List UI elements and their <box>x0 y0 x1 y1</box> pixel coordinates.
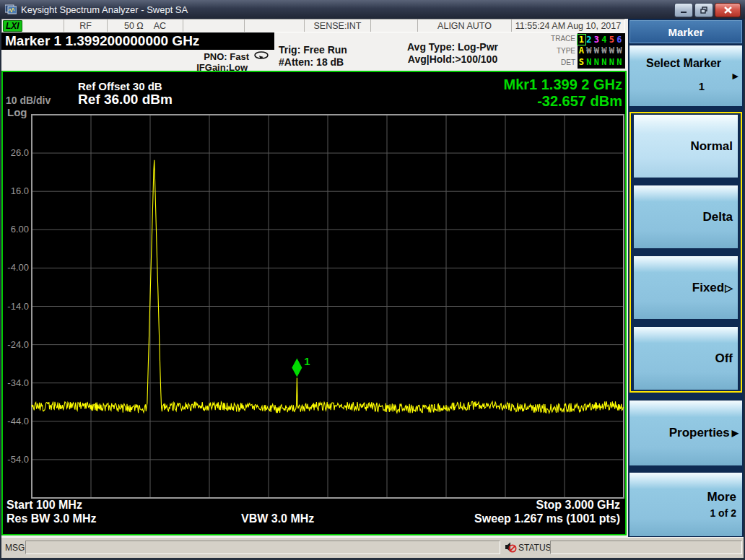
close-button[interactable] <box>715 3 741 17</box>
pno-block: PNO: Fast IFGain:Low <box>103 51 270 73</box>
spectrum-display: 1 26.016.06.00-4.00-14.0-24.0-34.0-44.0-… <box>1 71 627 535</box>
trace-6-detector: N <box>616 57 624 67</box>
type-row-label: TYPE <box>551 47 575 55</box>
fixed-label: Fixed <box>692 281 724 295</box>
y-axis-tick-label: 26.0 <box>3 147 29 158</box>
marker-number-label: 1 <box>304 355 310 367</box>
lxi-badge: LXI <box>3 20 22 32</box>
more-page-indicator: 1 of 2 <box>710 507 736 519</box>
trace-number-row: 1 2 3 4 5 6 <box>578 35 625 45</box>
marker-mode-fixed-button[interactable]: Fixed▷ <box>634 256 738 319</box>
trace-4-type: W <box>601 45 609 56</box>
marker-mode-delta-button[interactable]: Delta <box>634 185 738 248</box>
trace-6-type: W <box>616 45 624 56</box>
sense-indicator: SENSE:INT <box>305 19 371 32</box>
select-marker-label: Select Marker <box>629 57 738 70</box>
status-field <box>550 541 742 554</box>
graticule-plot: 1 <box>3 72 625 534</box>
minimize-button[interactable] <box>674 3 693 17</box>
avg-type-setting: Avg Type: Log-Pwr <box>384 41 521 53</box>
marker-result-readout: Mkr1 1.399 2 GHz -32.657 dBm <box>503 76 622 110</box>
restore-button[interactable] <box>694 3 713 17</box>
input-coupling-cell: 50 Ω AC <box>108 19 183 32</box>
properties-button[interactable]: Properties▶ <box>629 401 742 465</box>
trace-2-type: W <box>585 45 593 56</box>
ref-offset-annotation: Ref Offset 30 dB <box>78 80 162 92</box>
filled-submenu-arrow-icon: ▶ <box>732 428 739 438</box>
more-label: More <box>707 490 736 504</box>
y-axis-tick-label: -24.0 <box>3 339 29 350</box>
softkey-menu-title: Marker <box>629 20 742 43</box>
scale-annotation: 10 dB/div <box>6 95 51 106</box>
trigger-block: Trig: Free Run #Atten: 18 dB <box>279 44 347 69</box>
empty-cell-2 <box>245 19 305 32</box>
video-bw-annotation: VBW 3.0 MHz <box>241 512 314 525</box>
det-row-label: DET <box>551 58 575 66</box>
y-axis-tick-label: 16.0 <box>3 185 29 196</box>
message-status-bar: MSG STATUS <box>1 537 744 559</box>
msg-label: MSG <box>5 543 25 553</box>
sweep-time-annotation: Sweep 1.267 ms (1001 pts) <box>474 512 620 525</box>
trace-1-type: A <box>578 45 585 56</box>
trace-2-indicator[interactable]: 2 <box>585 35 593 45</box>
softkey-menu: Marker Select Marker ▶ 1 Normal Delta Fi… <box>628 19 744 537</box>
align-indicator: ALIGN AUTO <box>418 19 512 32</box>
trace-3-type: W <box>593 45 601 56</box>
active-function-readout: Marker 1 1.399200000000 GHz <box>1 32 274 50</box>
start-frequency-annotation: Start 100 MHz <box>6 499 82 512</box>
y-axis-tick-label: -4.00 <box>3 262 29 273</box>
trace-1-detector: S <box>578 57 585 67</box>
select-marker-button[interactable]: Select Marker ▶ 1 <box>629 45 742 106</box>
rf-indicator: RF <box>64 19 108 32</box>
empty-cell-3 <box>371 19 418 32</box>
continuous-sweep-icon <box>253 51 270 62</box>
properties-label: Properties <box>669 426 730 440</box>
window-title: Keysight Spectrum Analyzer - Swept SA <box>21 4 188 15</box>
app-window: Keysight Spectrum Analyzer - Swept SA LX… <box>0 0 745 560</box>
coupling-indicator: AC <box>154 21 166 31</box>
trigger-setting: Trig: Free Run <box>279 44 347 56</box>
trace-4-indicator[interactable]: 4 <box>601 35 609 45</box>
avg-hold-count: Avg|Hold:>100/100 <box>384 53 521 66</box>
log-scale-annotation: Log <box>7 106 27 118</box>
marker-mode-off-button[interactable]: Off <box>634 327 738 390</box>
normal-label: Normal <box>690 139 733 154</box>
window-controls <box>674 3 741 17</box>
marker-diamond-icon[interactable] <box>292 359 302 377</box>
trace-detector-row: S N N N N N <box>578 57 625 67</box>
average-block: Avg Type: Log-Pwr Avg|Hold:>100/100 <box>384 41 521 66</box>
speaker-muted-icon[interactable] <box>505 541 517 556</box>
status-strip: LXI RF 50 Ω AC SENSE:INT ALIGN AUTO 11:5… <box>1 19 625 32</box>
marker-frequency-readout: Mkr1 1.399 2 GHz <box>503 76 622 93</box>
title-bar: Keysight Spectrum Analyzer - Swept SA <box>0 0 745 19</box>
y-axis-tick-label: 6.00 <box>3 224 29 235</box>
open-submenu-arrow-icon: ▷ <box>725 282 733 294</box>
y-axis-tick-label: -34.0 <box>3 377 29 388</box>
delta-label: Delta <box>702 210 733 224</box>
trace-6-indicator[interactable]: 6 <box>616 35 624 45</box>
window-frame-left <box>0 19 1 560</box>
marker-amplitude-readout: -32.657 dBm <box>503 93 622 110</box>
app-icon <box>5 4 17 14</box>
trace-3-indicator[interactable]: 3 <box>593 35 601 45</box>
trace-5-type: W <box>608 45 616 56</box>
trace-5-detector: N <box>608 57 616 67</box>
ref-level-annotation: Ref 36.00 dBm <box>78 92 173 108</box>
more-button[interactable]: More 1 of 2 <box>629 473 742 536</box>
stop-frequency-annotation: Stop 3.000 GHz <box>536 499 620 512</box>
y-axis-tick-label: -54.0 <box>3 454 29 465</box>
empty-cell-1 <box>183 19 245 32</box>
select-marker-value: 1 <box>699 80 705 92</box>
lxi-cell: LXI <box>2 19 64 32</box>
y-axis-tick-label: -14.0 <box>3 301 29 312</box>
trace-5-indicator[interactable]: 5 <box>608 35 616 45</box>
trace-2-detector: N <box>585 57 593 67</box>
settings-bar: Marker 1 1.399200000000 GHz PNO: Fast IF… <box>1 32 625 71</box>
trace-row-label: TRACE <box>551 35 575 43</box>
attenuation-setting: #Atten: 18 dB <box>279 56 347 69</box>
submenu-arrow-icon: ▶ <box>733 71 739 81</box>
marker-mode-normal-button[interactable]: Normal <box>634 115 738 178</box>
trace-1-indicator[interactable]: 1 <box>578 35 585 45</box>
res-bw-annotation: Res BW 3.0 MHz <box>6 512 96 525</box>
trace-status-table: TRACE TYPE DET 1 2 3 4 5 6 A W W W <box>551 33 625 69</box>
